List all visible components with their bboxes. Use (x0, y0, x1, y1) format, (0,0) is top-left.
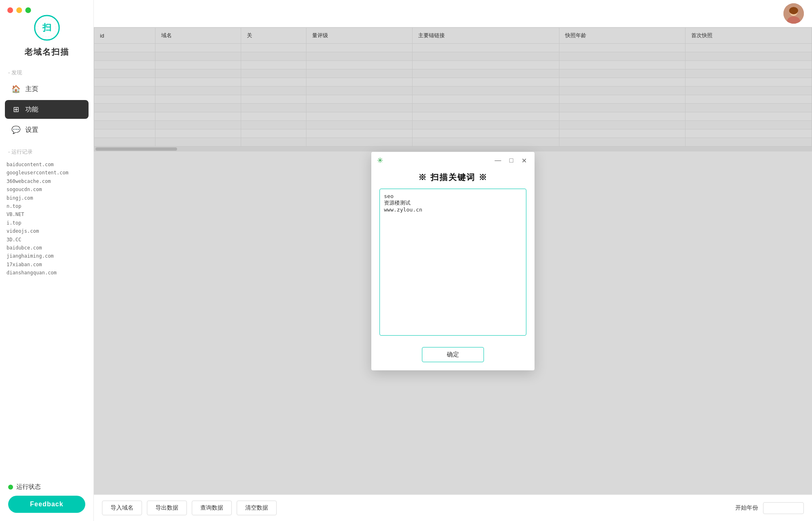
sidebar-item-feature[interactable]: ⊞ 功能 (5, 100, 89, 119)
log-item: 360webcache.com (7, 177, 87, 185)
feature-icon: ⊞ (11, 105, 20, 114)
modal-overlay: ✳ — □ ✕ ※ 扫描关键词 ※ seo 资源楼测试 www.zylou.cn… (94, 27, 812, 494)
table-container: id 域名 关 量评级 主要锚链接 快照年龄 首次快照 (94, 27, 812, 494)
dot-red (7, 7, 13, 13)
sidebar-bottom: 运行状态 Feedback (0, 476, 93, 521)
sidebar: 扫 老域名扫描 - 发现 🏠 主页 ⊞ 功能 💬 设置 - 运行记录 baidu… (0, 0, 94, 521)
window-controls (7, 7, 31, 13)
clear-data-button[interactable]: 清空数据 (237, 501, 277, 515)
bottom-toolbar: 导入域名 导出数据 查询数据 清空数据 开始年份 (94, 494, 812, 521)
modal-footer: 确定 (371, 343, 535, 370)
start-year-label: 开始年份 (735, 504, 758, 512)
sidebar-item-home[interactable]: 🏠 主页 (5, 80, 89, 98)
avatar (783, 3, 804, 24)
sidebar-item-settings[interactable]: 💬 设置 (5, 120, 89, 139)
modal-confirm-button[interactable]: 确定 (422, 347, 484, 362)
svg-text:扫: 扫 (42, 22, 51, 33)
sidebar-logo: 扫 老域名扫描 (0, 0, 93, 62)
keyword-textarea[interactable]: seo 资源楼测试 www.zylou.cn (379, 189, 526, 336)
log-item: videojs.com (7, 227, 87, 235)
import-domain-button[interactable]: 导入域名 (102, 501, 142, 515)
query-data-button[interactable]: 查询数据 (192, 501, 232, 515)
settings-icon: 💬 (11, 125, 20, 134)
start-year-input[interactable] (763, 502, 804, 514)
modal-minimize-button[interactable]: — (493, 156, 503, 165)
modal-win-controls: — □ ✕ (493, 156, 529, 165)
sidebar-item-feature-label: 功能 (25, 105, 38, 114)
log-item: VB.NET (7, 210, 87, 218)
feedback-button[interactable]: Feedback (8, 496, 85, 513)
log-item: bingj.com (7, 194, 87, 202)
top-bar (94, 0, 812, 27)
modal-title-icon: ✳ (377, 156, 383, 165)
dot-green (25, 7, 31, 13)
modal-close-button[interactable]: ✕ (519, 156, 529, 165)
dot-yellow (16, 7, 22, 13)
run-status: 运行状态 (8, 483, 85, 491)
run-log: baiducontent.com googleusercontent.com 3… (0, 159, 93, 278)
log-item: googleusercontent.com (7, 169, 87, 177)
sidebar-item-settings-label: 设置 (25, 126, 38, 134)
section-log-label: - 运行记录 (0, 139, 93, 159)
modal-maximize-button[interactable]: □ (507, 156, 515, 165)
sidebar-nav: 🏠 主页 ⊞ 功能 💬 设置 (0, 80, 93, 139)
home-icon: 🏠 (11, 85, 20, 94)
log-item: sogoucdn.com (7, 185, 87, 194)
log-item: i.top (7, 219, 87, 227)
sidebar-item-home-label: 主页 (25, 85, 38, 94)
log-item: jianghaiming.com (7, 252, 87, 260)
modal-body: ※ 扫描关键词 ※ seo 资源楼测试 www.zylou.cn (371, 168, 535, 343)
log-item: 17xiaban.com (7, 260, 87, 269)
log-item: 3D.CC (7, 236, 87, 244)
log-item: baidubce.com (7, 244, 87, 252)
svg-point-6 (789, 7, 798, 14)
run-status-label: 运行状态 (16, 483, 41, 491)
modal-titlebar: ✳ — □ ✕ (371, 152, 535, 168)
logo-icon: 扫 (31, 11, 63, 44)
export-data-button[interactable]: 导出数据 (147, 501, 187, 515)
modal-titlebar-left: ✳ (377, 156, 383, 165)
section-discover-label: - 发现 (0, 62, 93, 80)
scan-keyword-modal: ✳ — □ ✕ ※ 扫描关键词 ※ seo 资源楼测试 www.zylou.cn… (371, 152, 535, 370)
log-item: baiducontent.com (7, 160, 87, 169)
avatar-image (783, 3, 804, 24)
status-dot (8, 485, 13, 490)
sidebar-logo-text: 老域名扫描 (24, 47, 69, 58)
log-item: dianshangquan.com (7, 269, 87, 277)
modal-heading: ※ 扫描关键词 ※ (418, 172, 487, 183)
main-area: id 域名 关 量评级 主要锚链接 快照年龄 首次快照 (94, 0, 812, 521)
log-item: n.top (7, 202, 87, 210)
